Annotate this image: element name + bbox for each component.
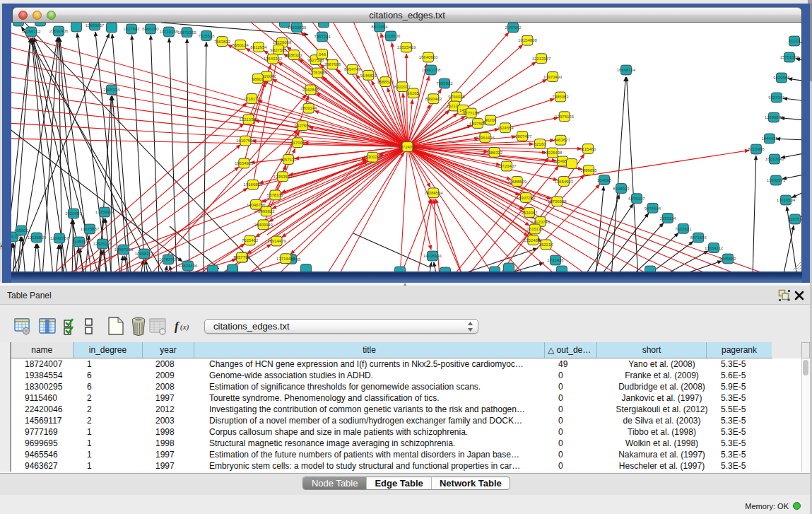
- svg-text:19218506: 19218506: [382, 34, 401, 38]
- svg-text:13524851: 13524851: [524, 238, 543, 243]
- svg-text:8471676: 8471676: [690, 235, 707, 240]
- svg-text:98901: 98901: [252, 77, 264, 81]
- svg-text:114519: 114519: [72, 240, 86, 244]
- svg-text:17359924: 17359924: [95, 210, 114, 214]
- svg-text:13325419: 13325419: [397, 45, 416, 49]
- svg-text:14120746: 14120746: [531, 220, 550, 224]
- svg-text:8454749: 8454749: [344, 67, 361, 71]
- svg-text:17957253: 17957253: [114, 247, 134, 252]
- svg-text:16648764: 16648764: [617, 68, 636, 72]
- svg-text:1527602: 1527602: [123, 27, 140, 31]
- svg-text:16265: 16265: [407, 91, 419, 95]
- svg-text:3624554: 3624554: [497, 126, 514, 130]
- svg-text:9474444: 9474444: [645, 206, 661, 211]
- svg-text:20364436: 20364436: [476, 136, 495, 140]
- svg-text:16782759: 16782759: [159, 257, 178, 262]
- svg-text:2933114: 2933114: [659, 216, 676, 221]
- svg-text:46266: 46266: [485, 118, 497, 122]
- svg-text:13753585: 13753585: [308, 71, 327, 75]
- svg-text:5493822: 5493822: [258, 209, 275, 214]
- svg-text:7632621: 7632621: [675, 227, 692, 231]
- svg-text:7357224: 7357224: [314, 35, 331, 39]
- svg-text:11123: 11123: [789, 39, 800, 43]
- svg-text:8990443: 8990443: [425, 97, 442, 101]
- svg-text:18463627: 18463627: [551, 138, 570, 142]
- svg-text:0899695: 0899695: [580, 168, 597, 173]
- svg-text:7485063: 7485063: [552, 95, 569, 99]
- svg-text:1588520: 1588520: [377, 80, 394, 84]
- svg-text:17016504: 17016504: [777, 198, 796, 202]
- svg-text:12093872: 12093872: [765, 115, 784, 119]
- svg-text:2047682: 2047682: [505, 25, 522, 30]
- svg-text:252214: 252214: [539, 243, 554, 247]
- svg-text:8215958: 8215958: [748, 147, 765, 151]
- svg-text:9115460: 9115460: [580, 147, 597, 151]
- svg-text:10025438: 10025438: [543, 151, 563, 155]
- svg-text:9657791: 9657791: [233, 255, 250, 259]
- svg-text:13353594: 13353594: [273, 175, 293, 179]
- svg-text:10543362: 10543362: [264, 57, 283, 61]
- svg-text:13692971: 13692971: [767, 178, 786, 182]
- svg-text:8912954: 8912954: [250, 45, 267, 49]
- svg-text:12975125: 12975125: [555, 115, 574, 119]
- svg-text:917006: 917006: [290, 141, 305, 145]
- svg-text:164095: 164095: [597, 178, 612, 182]
- svg-text:1244415: 1244415: [761, 136, 778, 141]
- svg-text:9245652: 9245652: [719, 257, 736, 261]
- svg-text:6466160: 6466160: [142, 27, 159, 31]
- svg-text:546: 546: [319, 52, 326, 57]
- svg-text:16640910: 16640910: [419, 55, 438, 59]
- svg-text:16107553: 16107553: [236, 139, 255, 143]
- svg-text:1733426: 1733426: [547, 258, 564, 262]
- svg-text:7515526: 7515526: [198, 34, 215, 38]
- svg-text:(x): (x): [180, 322, 189, 332]
- svg-text:10688609: 10688609: [507, 180, 526, 184]
- svg-text:10719155: 10719155: [160, 30, 179, 34]
- svg-text:16033809: 16033809: [288, 25, 307, 30]
- svg-text:16914479: 16914479: [267, 239, 286, 243]
- svg-text:19384554: 19384554: [424, 191, 443, 195]
- svg-text:15300275: 15300275: [363, 155, 382, 159]
- svg-text:2803144: 2803144: [300, 106, 317, 110]
- svg-text:9327505: 9327505: [270, 48, 287, 52]
- svg-text:8938923: 8938923: [613, 187, 630, 191]
- svg-text:2242845: 2242845: [302, 88, 319, 92]
- svg-text:15751074: 15751074: [780, 55, 799, 59]
- svg-text:13716485: 13716485: [276, 257, 295, 261]
- svg-text:13226058: 13226058: [273, 40, 292, 45]
- svg-text:12213967: 12213967: [532, 57, 551, 61]
- svg-text:f: f: [175, 320, 180, 333]
- svg-text:8813054: 8813054: [371, 25, 388, 29]
- svg-text:2020657: 2020657: [65, 211, 82, 216]
- svg-text:16210643: 16210643: [765, 157, 784, 161]
- svg-text:13654923: 13654923: [554, 180, 573, 184]
- svg-text:12342757: 12342757: [50, 236, 69, 240]
- svg-text:6497508: 6497508: [469, 122, 486, 126]
- svg-text:19166825: 19166825: [244, 182, 263, 187]
- svg-text:7625402: 7625402: [242, 238, 259, 243]
- svg-text:9227341: 9227341: [768, 95, 785, 100]
- svg-text:9129966: 9129966: [773, 76, 790, 80]
- svg-text:7663822: 7663822: [214, 40, 231, 44]
- svg-text:9146821: 9146821: [360, 74, 377, 78]
- svg-text:3267130: 3267130: [280, 158, 297, 162]
- svg-text:18724007: 18724007: [398, 145, 417, 149]
- svg-text:19654925: 19654925: [235, 161, 254, 165]
- svg-text:10973493: 10973493: [543, 75, 563, 79]
- svg-text:9777169: 9777169: [463, 111, 480, 115]
- svg-text:435901: 435901: [14, 228, 29, 233]
- svg-text:12156829: 12156829: [28, 235, 47, 240]
- svg-text:10807487: 10807487: [513, 134, 532, 139]
- svg-text:12213382: 12213382: [239, 117, 258, 122]
- svg-text:20691406: 20691406: [49, 29, 69, 33]
- svg-text:116753: 116753: [788, 217, 801, 221]
- svg-text:19756928: 19756928: [548, 199, 567, 204]
- svg-text:15720407: 15720407: [498, 164, 517, 168]
- svg-text:19975857: 19975857: [81, 227, 100, 231]
- svg-text:10654112: 10654112: [705, 246, 724, 250]
- svg-text:12823446: 12823446: [179, 264, 198, 268]
- svg-text:16671355: 16671355: [177, 30, 196, 35]
- svg-text:9427552: 9427552: [295, 124, 312, 128]
- svg-text:12505135: 12505135: [93, 242, 112, 246]
- svg-text:8660124: 8660124: [233, 43, 249, 47]
